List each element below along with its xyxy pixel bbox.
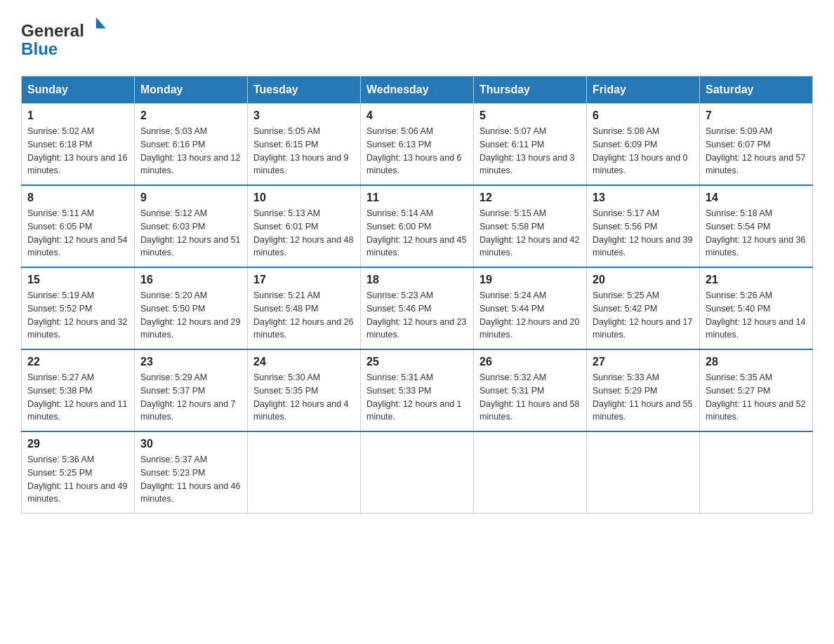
- calendar-cell: 15Sunrise: 5:19 AMSunset: 5:52 PMDayligh…: [22, 267, 135, 349]
- calendar-cell: [361, 431, 474, 514]
- calendar-cell: 30Sunrise: 5:37 AMSunset: 5:23 PMDayligh…: [135, 431, 248, 514]
- calendar-cell: 11Sunrise: 5:14 AMSunset: 6:00 PMDayligh…: [361, 185, 474, 267]
- day-info: Sunrise: 5:06 AMSunset: 6:13 PMDaylight:…: [366, 125, 468, 177]
- calendar-cell: 7Sunrise: 5:09 AMSunset: 6:07 PMDaylight…: [700, 104, 813, 186]
- day-number: 27: [593, 356, 694, 368]
- day-number: 16: [140, 274, 241, 286]
- day-number: 29: [27, 438, 128, 450]
- svg-text:Blue: Blue: [21, 39, 58, 58]
- day-number: 17: [253, 274, 355, 286]
- calendar-week-2: 8Sunrise: 5:11 AMSunset: 6:05 PMDaylight…: [22, 185, 813, 267]
- day-info: Sunrise: 5:29 AMSunset: 5:37 PMDaylight:…: [140, 371, 241, 424]
- logo-svg: General Blue: [21, 14, 112, 63]
- day-info: Sunrise: 5:23 AMSunset: 5:46 PMDaylight:…: [366, 289, 468, 342]
- day-number: 24: [253, 356, 355, 368]
- svg-text:General: General: [21, 21, 84, 40]
- calendar-week-3: 15Sunrise: 5:19 AMSunset: 5:52 PMDayligh…: [22, 267, 813, 349]
- calendar-cell: 19Sunrise: 5:24 AMSunset: 5:44 PMDayligh…: [474, 267, 587, 349]
- day-info: Sunrise: 5:19 AMSunset: 5:52 PMDaylight:…: [27, 289, 128, 342]
- calendar-cell: 20Sunrise: 5:25 AMSunset: 5:42 PMDayligh…: [587, 267, 700, 349]
- calendar-week-4: 22Sunrise: 5:27 AMSunset: 5:38 PMDayligh…: [22, 349, 813, 431]
- day-number: 21: [706, 274, 807, 286]
- day-info: Sunrise: 5:30 AMSunset: 5:35 PMDaylight:…: [253, 371, 355, 424]
- day-info: Sunrise: 5:21 AMSunset: 5:48 PMDaylight:…: [253, 289, 355, 342]
- day-number: 20: [593, 274, 694, 286]
- logo: General Blue: [21, 14, 112, 63]
- day-number: 18: [366, 274, 468, 286]
- calendar-cell: 21Sunrise: 5:26 AMSunset: 5:40 PMDayligh…: [700, 267, 813, 349]
- day-info: Sunrise: 5:03 AMSunset: 6:16 PMDaylight:…: [140, 125, 241, 177]
- calendar-cell: 10Sunrise: 5:13 AMSunset: 6:01 PMDayligh…: [248, 185, 361, 267]
- calendar-cell: 24Sunrise: 5:30 AMSunset: 5:35 PMDayligh…: [248, 349, 361, 431]
- day-number: 12: [479, 192, 581, 204]
- day-info: Sunrise: 5:33 AMSunset: 5:29 PMDaylight:…: [593, 371, 694, 424]
- day-info: Sunrise: 5:36 AMSunset: 5:25 PMDaylight:…: [27, 453, 128, 506]
- day-header-wednesday: Wednesday: [361, 76, 474, 104]
- day-number: 6: [593, 109, 694, 122]
- calendar-cell: 28Sunrise: 5:35 AMSunset: 5:27 PMDayligh…: [700, 349, 813, 431]
- day-number: 9: [140, 192, 241, 204]
- day-number: 3: [253, 109, 355, 122]
- day-number: 13: [593, 192, 694, 204]
- day-info: Sunrise: 5:07 AMSunset: 6:11 PMDaylight:…: [479, 125, 581, 177]
- calendar-cell: 13Sunrise: 5:17 AMSunset: 5:56 PMDayligh…: [587, 185, 700, 267]
- day-number: 5: [479, 109, 581, 122]
- day-number: 23: [140, 356, 241, 368]
- day-number: 28: [706, 356, 807, 368]
- calendar-cell: 22Sunrise: 5:27 AMSunset: 5:38 PMDayligh…: [22, 349, 135, 431]
- day-info: Sunrise: 5:02 AMSunset: 6:18 PMDaylight:…: [27, 125, 128, 177]
- calendar-cell: 16Sunrise: 5:20 AMSunset: 5:50 PMDayligh…: [135, 267, 248, 349]
- header-row: SundayMondayTuesdayWednesdayThursdayFrid…: [22, 76, 813, 104]
- day-info: Sunrise: 5:11 AMSunset: 6:05 PMDaylight:…: [27, 207, 128, 260]
- calendar-cell: 29Sunrise: 5:36 AMSunset: 5:25 PMDayligh…: [22, 431, 135, 514]
- calendar-cell: 3Sunrise: 5:05 AMSunset: 6:15 PMDaylight…: [248, 104, 361, 186]
- calendar-cell: 8Sunrise: 5:11 AMSunset: 6:05 PMDaylight…: [22, 185, 135, 267]
- day-header-tuesday: Tuesday: [248, 76, 361, 104]
- day-info: Sunrise: 5:20 AMSunset: 5:50 PMDaylight:…: [140, 289, 241, 342]
- day-number: 10: [253, 192, 355, 204]
- day-info: Sunrise: 5:09 AMSunset: 6:07 PMDaylight:…: [706, 125, 807, 177]
- calendar-cell: [587, 431, 700, 514]
- day-number: 1: [27, 109, 128, 122]
- day-info: Sunrise: 5:13 AMSunset: 6:01 PMDaylight:…: [253, 207, 355, 260]
- day-number: 15: [27, 274, 128, 286]
- calendar-cell: 6Sunrise: 5:08 AMSunset: 6:09 PMDaylight…: [587, 104, 700, 186]
- day-number: 25: [366, 356, 468, 368]
- day-header-thursday: Thursday: [474, 76, 587, 104]
- day-number: 4: [366, 109, 468, 122]
- day-number: 30: [140, 438, 241, 450]
- calendar-cell: 14Sunrise: 5:18 AMSunset: 5:54 PMDayligh…: [700, 185, 813, 267]
- calendar-cell: [700, 431, 813, 514]
- day-number: 8: [27, 192, 128, 204]
- day-number: 26: [479, 356, 581, 368]
- day-number: 22: [27, 356, 128, 368]
- calendar-header: SundayMondayTuesdayWednesdayThursdayFrid…: [22, 76, 813, 104]
- day-info: Sunrise: 5:17 AMSunset: 5:56 PMDaylight:…: [593, 207, 694, 260]
- day-info: Sunrise: 5:24 AMSunset: 5:44 PMDaylight:…: [479, 289, 581, 342]
- day-info: Sunrise: 5:26 AMSunset: 5:40 PMDaylight:…: [706, 289, 807, 342]
- svg-marker-1: [96, 18, 106, 29]
- calendar-cell: 17Sunrise: 5:21 AMSunset: 5:48 PMDayligh…: [248, 267, 361, 349]
- calendar-cell: 1Sunrise: 5:02 AMSunset: 6:18 PMDaylight…: [22, 104, 135, 186]
- day-number: 19: [479, 274, 581, 286]
- calendar-cell: 26Sunrise: 5:32 AMSunset: 5:31 PMDayligh…: [474, 349, 587, 431]
- day-number: 7: [706, 109, 807, 122]
- day-info: Sunrise: 5:05 AMSunset: 6:15 PMDaylight:…: [253, 125, 355, 177]
- day-info: Sunrise: 5:35 AMSunset: 5:27 PMDaylight:…: [706, 371, 807, 424]
- day-info: Sunrise: 5:18 AMSunset: 5:54 PMDaylight:…: [706, 207, 807, 260]
- day-number: 14: [706, 192, 807, 204]
- calendar-cell: 2Sunrise: 5:03 AMSunset: 6:16 PMDaylight…: [135, 104, 248, 186]
- day-header-friday: Friday: [587, 76, 700, 104]
- day-number: 2: [140, 109, 241, 122]
- calendar-cell: 18Sunrise: 5:23 AMSunset: 5:46 PMDayligh…: [361, 267, 474, 349]
- calendar-cell: 25Sunrise: 5:31 AMSunset: 5:33 PMDayligh…: [361, 349, 474, 431]
- calendar-cell: 12Sunrise: 5:15 AMSunset: 5:58 PMDayligh…: [474, 185, 587, 267]
- day-info: Sunrise: 5:15 AMSunset: 5:58 PMDaylight:…: [479, 207, 581, 260]
- day-header-sunday: Sunday: [22, 76, 135, 104]
- calendar-body: 1Sunrise: 5:02 AMSunset: 6:18 PMDaylight…: [22, 104, 813, 514]
- calendar-cell: 9Sunrise: 5:12 AMSunset: 6:03 PMDaylight…: [135, 185, 248, 267]
- day-header-monday: Monday: [135, 76, 248, 104]
- day-info: Sunrise: 5:37 AMSunset: 5:23 PMDaylight:…: [140, 453, 241, 506]
- day-info: Sunrise: 5:14 AMSunset: 6:00 PMDaylight:…: [366, 207, 468, 260]
- day-header-saturday: Saturday: [700, 76, 813, 104]
